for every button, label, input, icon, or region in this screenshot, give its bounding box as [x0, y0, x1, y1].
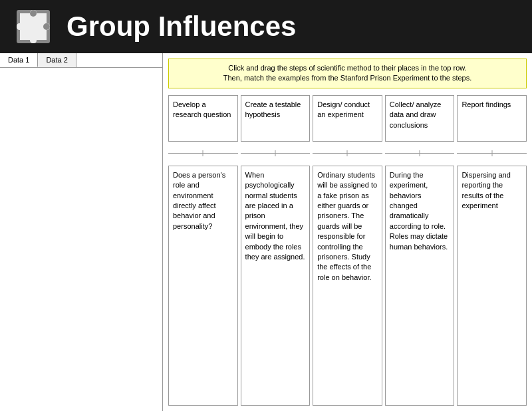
steps-row: Develop a research question Create a tes… — [168, 95, 527, 142]
line-3 — [313, 153, 382, 154]
tab-data1[interactable]: Data 1 — [0, 53, 38, 67]
example-box-3[interactable]: Ordinary students will be assigned to a … — [313, 166, 382, 406]
connector-4 — [385, 153, 455, 154]
connector-2 — [241, 153, 311, 154]
step-box-2[interactable]: Create a testable hypothesis — [241, 95, 311, 142]
connector-1 — [168, 153, 238, 154]
examples-row: Does a person's role and environment dir… — [168, 166, 527, 406]
connector-row — [168, 147, 527, 160]
instructions-box: Click and drag the steps of scientific m… — [168, 59, 527, 88]
header: Group Influences — [0, 0, 532, 53]
line-1 — [168, 153, 238, 154]
line-2 — [241, 153, 311, 154]
main-layout: Data 1 Data 2 Click and drag the steps o… — [0, 53, 532, 411]
steps-container: Develop a research question Create a tes… — [168, 95, 527, 406]
sidebar: Data 1 Data 2 — [0, 53, 163, 411]
instructions-line1: Click and drag the steps of scientific m… — [228, 64, 466, 72]
svg-point-3 — [30, 37, 37, 43]
page-title: Group Influences — [66, 11, 296, 43]
tab-data2[interactable]: Data 2 — [38, 53, 76, 67]
line-4 — [385, 153, 455, 154]
svg-point-4 — [17, 23, 23, 30]
svg-point-2 — [43, 23, 50, 30]
svg-point-1 — [30, 10, 37, 17]
puzzle-icon — [13, 7, 53, 47]
step-box-5[interactable]: Report findings — [457, 95, 527, 142]
connector-5 — [457, 153, 527, 154]
step-box-1[interactable]: Develop a research question — [168, 95, 238, 142]
sidebar-tabs: Data 1 Data 2 — [0, 53, 162, 68]
content-area: Click and drag the steps of scientific m… — [163, 53, 532, 411]
example-box-4[interactable]: During the experiment, behaviors changed… — [385, 166, 455, 406]
instructions-line2: Then, match the examples from the Stanfo… — [223, 74, 472, 82]
step-box-3[interactable]: Design/ conduct an experiment — [313, 95, 382, 142]
line-5 — [457, 153, 527, 154]
step-box-4[interactable]: Collect/ analyze data and draw conclusio… — [385, 95, 455, 142]
sidebar-content — [0, 68, 162, 411]
connector-3 — [313, 153, 382, 154]
example-box-1[interactable]: Does a person's role and environment dir… — [168, 166, 238, 406]
example-box-5[interactable]: Dispersing and reporting the results of … — [457, 166, 527, 406]
example-box-2[interactable]: When psychologically normal students are… — [241, 166, 311, 406]
